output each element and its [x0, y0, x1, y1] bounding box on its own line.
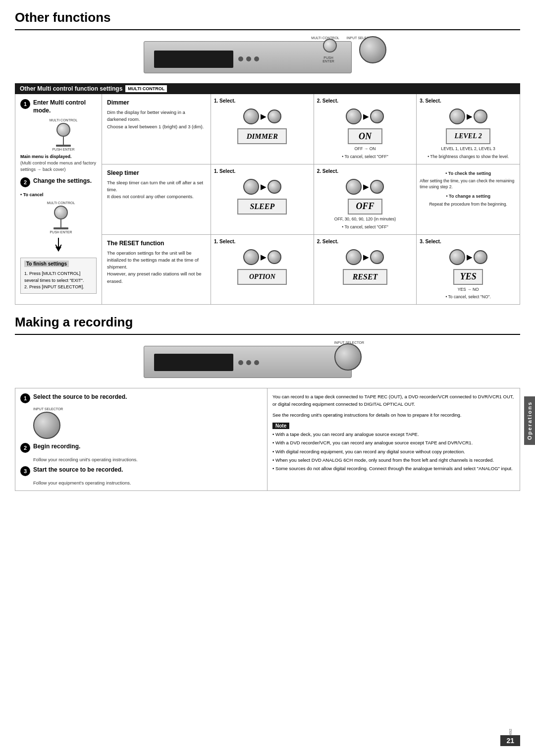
cancel-mc-label: MULTI CONTROL	[47, 201, 75, 205]
sleep-knob1b[interactable]	[268, 180, 281, 194]
sleep-display1: SLEEP	[237, 199, 287, 215]
arrow1: ▶	[261, 112, 266, 120]
dimmer-knob1b[interactable]	[268, 109, 281, 123]
dimmer-knob2b[interactable]	[370, 109, 384, 123]
section-divider	[15, 29, 520, 30]
down-arrow	[20, 238, 97, 254]
step2-title: Change the settings.	[33, 177, 92, 185]
rec-step3-desc: Follow your equipment's operating instru…	[33, 480, 262, 486]
reset-arrow3: ▶	[467, 253, 472, 261]
sleep-knob2b[interactable]	[370, 180, 384, 194]
reset-knob1b[interactable]	[268, 250, 281, 264]
finish-step2: 2. Press [INPUT SELECTOR].	[24, 284, 93, 291]
reset-select2: 2. Select. ▶ RESET	[314, 235, 417, 305]
sleep-change-label: • To change a setting	[446, 193, 490, 200]
device-image: MULTI CONTROL INPUT SELECTOR PUSH ENTER	[15, 36, 520, 78]
dimmer-note1: OFF → ON	[355, 146, 376, 152]
note-label: Note	[272, 423, 289, 429]
dimmer-desc: Dimmer Dim the display for better viewin…	[102, 94, 211, 164]
step2-header: 2 Change the settings.	[20, 177, 97, 187]
to-cancel-section: • To cancel MULTI CONTROL PUSH ENTER	[20, 192, 97, 234]
multi-control-knob[interactable]	[323, 39, 337, 53]
note-content: • With a tape deck, you can record any a…	[272, 431, 515, 472]
reset-knob2[interactable]	[346, 249, 362, 265]
sleep-display2: OFF	[348, 199, 382, 215]
reset-display2: RESET	[343, 269, 387, 285]
reset-desc-text: The operation settings for the unit will…	[107, 250, 199, 270]
recording-grid: 1 Select the source to be recorded. INPU…	[15, 388, 520, 491]
device2-screen	[154, 354, 233, 371]
mc-label: MULTI CONTROL	[50, 118, 78, 122]
reset-note2: • To cancel, select "NO".	[445, 294, 491, 300]
rec-is-label: INPUT SELECTOR	[33, 407, 262, 411]
reset-knob3[interactable]	[449, 249, 465, 265]
svg-marker-2	[55, 247, 61, 252]
sleep-check-desc: After setting the time, you can check th…	[420, 178, 517, 190]
dimmer-knob1-group: ▶	[243, 108, 281, 124]
note-item-3: • When you select DVD ANALOG 6CH mode, o…	[272, 457, 515, 464]
finish-step1: 1. Press [MULTI CONTROL] several times t…	[24, 270, 93, 284]
note-item-4: • Some sources do not allow digital reco…	[272, 465, 515, 472]
dimmer-row: Dimmer Dim the display for better viewin…	[102, 94, 520, 164]
dimmer-desc-text: Dim the display for better viewing in a …	[107, 109, 185, 122]
device2-body	[144, 346, 352, 378]
note-box: Note	[272, 423, 515, 431]
step1-header: 1 Enter Multi control mode.	[20, 99, 97, 114]
device2-input-knob[interactable]	[334, 343, 362, 371]
main-menu-desc: (Multi control mode menus and factory se…	[20, 160, 97, 172]
push-enter-icon-label: PUSH ENTER	[52, 148, 74, 151]
reset-knob1[interactable]	[243, 249, 259, 265]
dimmer-note3: LEVEL 1, LEVEL 2, LEVEL 3	[441, 146, 495, 152]
rec-input-knob[interactable]	[33, 412, 60, 439]
sleep-knob1[interactable]	[243, 179, 259, 195]
rec-step2-header: 2 Begin recording.	[20, 443, 262, 453]
input-selector-knob[interactable]	[359, 36, 386, 63]
sleep-row: Sleep timer The sleep timer can turn the…	[102, 164, 520, 235]
dimmer-knob1[interactable]	[243, 108, 259, 124]
sleep-desc2-text: It does not control any other components…	[107, 194, 194, 199]
finish-settings-title: To finish settings	[24, 261, 69, 267]
rec-step3-circle: 3	[20, 466, 30, 476]
dimmer-select1-label: 1. Select.	[214, 98, 235, 104]
dimmer-display3: LEVEL 2	[446, 128, 490, 144]
mc-knob	[56, 123, 70, 137]
dimmer-knob3b[interactable]	[474, 109, 487, 123]
section2-divider	[15, 334, 520, 335]
sleep-knob2[interactable]	[346, 179, 362, 195]
reset-arrow1: ▶	[261, 253, 266, 261]
page-title: Other functions	[15, 10, 520, 25]
reset-select3: 3. Select. ▶ YES YES → NO • To cancel, s…	[417, 235, 520, 305]
main-grid: 1 Enter Multi control mode. MULTI CONTRO…	[15, 94, 520, 305]
dimmer-knob3[interactable]	[449, 108, 465, 124]
dimmer-knob2[interactable]	[346, 108, 362, 124]
sleep-desc: Sleep timer The sleep timer can turn the…	[102, 164, 211, 234]
dimmer-knob3-group: ▶	[449, 108, 487, 124]
rec-step1-header: 1 Select the source to be recorded.	[20, 393, 262, 403]
sleep-select1: 1. Select. ▶ SLEEP	[211, 164, 314, 234]
dimmer-select1: 1. Select. ▶ DIMMER	[211, 94, 314, 164]
dimmer-note2: • To cancel, select "OFF"	[342, 154, 388, 160]
step2-circle: 2	[20, 177, 30, 187]
reset-desc: The RESET function The operation setting…	[102, 235, 211, 305]
reset-select2-label: 2. Select.	[317, 239, 338, 244]
sleep-arrow2: ▶	[363, 183, 369, 191]
reset-select1-label: 1. Select.	[214, 239, 235, 244]
page-number-area: 21	[500, 735, 520, 746]
reset-knob2b[interactable]	[370, 250, 384, 264]
sleep-select2-label: 2. Select.	[317, 168, 338, 174]
sleep-knob1-group: ▶	[243, 179, 281, 195]
sleep-check-label: • To check the setting	[445, 170, 491, 177]
recording-left: 1 Select the source to be recorded. INPU…	[15, 388, 268, 490]
reset-knob3-group: ▶	[449, 249, 487, 265]
note-item-2: • With digital recording equipment, you …	[272, 448, 515, 455]
dimmer-select2-label: 2. Select.	[317, 98, 338, 104]
reset-knob2-group: ▶	[346, 249, 384, 265]
reset-knob1-group: ▶	[243, 249, 281, 265]
dimmer-note4: • The brightness changes to show the lev…	[428, 154, 509, 160]
sleep-change-desc: Repeat the procedure from the beginning.	[429, 202, 507, 208]
reset-knob3b[interactable]	[474, 250, 487, 264]
dimmer-display1: DIMMER	[237, 128, 287, 144]
reset-note1: YES → NO	[458, 287, 479, 293]
push-enter-label: PUSH ENTER	[321, 56, 336, 63]
reset-display3: YES	[453, 269, 483, 285]
